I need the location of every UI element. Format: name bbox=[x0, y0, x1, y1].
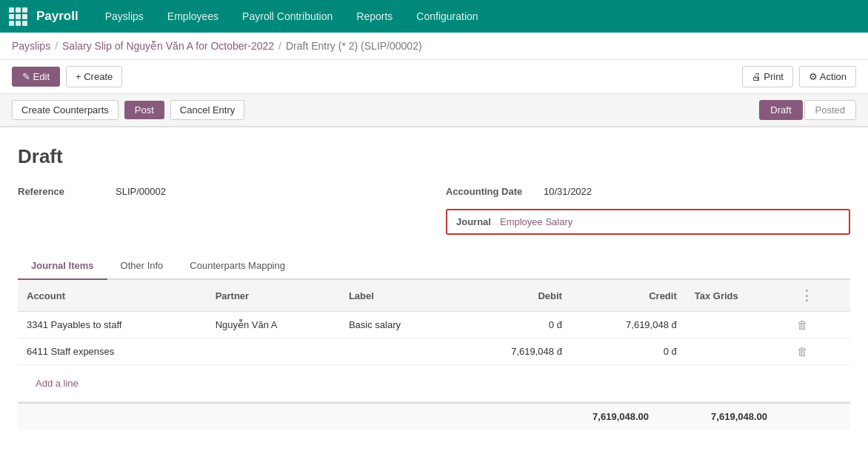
edit-button[interactable]: ✎ Edit bbox=[12, 67, 60, 87]
app-title: Payroll bbox=[36, 9, 79, 24]
journal-items-table: Account Partner Label Debit Credit Tax G… bbox=[18, 280, 850, 430]
col-actions-overflow: ⋮ bbox=[788, 280, 850, 312]
tab-counterparts-mapping[interactable]: Counterparts Mapping bbox=[176, 253, 298, 280]
post-button[interactable]: Post bbox=[124, 101, 164, 119]
col-partner: Partner bbox=[207, 280, 340, 312]
row2-account: 6411 Staff expenses bbox=[18, 338, 207, 365]
nav-reports[interactable]: Reports bbox=[347, 6, 401, 27]
delete-row2-icon[interactable]: 🗑 bbox=[797, 345, 808, 358]
action-button[interactable]: ⚙ Action bbox=[799, 66, 856, 87]
breadcrumb: Payslips / Salary Slip of Nguyễn Văn A f… bbox=[0, 33, 868, 60]
breadcrumb-payslips[interactable]: Payslips bbox=[12, 40, 50, 52]
journal-field: Journal Employee Salary bbox=[446, 209, 850, 235]
table-row: 3341 Payables to staff Nguyễn Văn A Basi… bbox=[18, 312, 850, 338]
delete-row1-icon[interactable]: 🗑 bbox=[797, 318, 808, 331]
main-content: Draft Reference SLIP/00002 Accounting Da… bbox=[0, 127, 868, 430]
cancel-entry-button[interactable]: Cancel Entry bbox=[170, 100, 244, 120]
column-overflow-icon[interactable]: ⋮ bbox=[797, 288, 816, 303]
record-title: Draft bbox=[18, 145, 850, 168]
create-button[interactable]: + Create bbox=[66, 66, 122, 87]
add-line-button[interactable]: Add a line bbox=[27, 372, 87, 395]
row1-credit: 7,619,048 đ bbox=[571, 312, 686, 338]
row1-delete[interactable]: 🗑 bbox=[788, 312, 850, 338]
footer-debit-total: 7,619,048.00 bbox=[560, 411, 649, 422]
footer-credit-total: 7,619,048.00 bbox=[678, 411, 767, 422]
row2-debit: 7,619,048 đ bbox=[456, 338, 571, 365]
row1-account: 3341 Payables to staff bbox=[18, 312, 207, 338]
status-posted[interactable]: Posted bbox=[804, 100, 856, 120]
col-credit: Credit bbox=[571, 280, 686, 312]
top-navigation: Payroll Payslips Employees Payroll Contr… bbox=[0, 0, 868, 33]
tabs-bar: Journal Items Other Info Counterparts Ma… bbox=[18, 253, 850, 280]
accounting-date-label: Accounting Date bbox=[446, 186, 535, 197]
breadcrumb-salary-slip[interactable]: Salary Slip of Nguyễn Văn A for October-… bbox=[62, 40, 274, 52]
row2-credit: 0 đ bbox=[571, 338, 686, 365]
nav-payroll-contribution[interactable]: Payroll Contribution bbox=[233, 6, 341, 27]
tab-other-info[interactable]: Other Info bbox=[107, 253, 177, 280]
accounting-date-value: 10/31/2022 bbox=[544, 186, 592, 197]
reference-value: SLIP/00002 bbox=[116, 186, 166, 197]
status-draft[interactable]: Draft bbox=[759, 100, 802, 120]
tab-journal-items[interactable]: Journal Items bbox=[18, 253, 107, 280]
workflow-status: Draft Posted bbox=[759, 100, 856, 120]
reference-field: Reference SLIP/00002 bbox=[18, 186, 422, 197]
nav-employees[interactable]: Employees bbox=[158, 6, 227, 27]
breadcrumb-current: Draft Entry (* 2) (SLIP/00002) bbox=[286, 40, 422, 52]
add-line-row: Add a line bbox=[18, 365, 850, 402]
table-footer: 7,619,048.00 7,619,048.00 bbox=[18, 402, 850, 430]
nav-payslips[interactable]: Payslips bbox=[96, 6, 153, 27]
accounting-date-field: Accounting Date 10/31/2022 bbox=[446, 186, 850, 197]
row2-label bbox=[340, 338, 456, 365]
row1-partner: Nguyễn Văn A bbox=[207, 312, 340, 338]
col-account: Account bbox=[18, 280, 207, 312]
reference-label: Reference bbox=[18, 186, 107, 197]
row1-label: Basic salary bbox=[340, 312, 456, 338]
col-tax-grids: Tax Grids bbox=[686, 280, 789, 312]
row1-debit: 0 đ bbox=[456, 312, 571, 338]
table-row: 6411 Staff expenses 7,619,048 đ 0 đ 🗑 bbox=[18, 338, 850, 365]
create-counterparts-button[interactable]: Create Counterparts bbox=[12, 100, 118, 120]
nav-configuration[interactable]: Configuration bbox=[407, 6, 487, 27]
col-debit: Debit bbox=[456, 280, 571, 312]
row2-partner bbox=[207, 338, 340, 365]
row2-delete[interactable]: 🗑 bbox=[788, 338, 850, 365]
col-label: Label bbox=[340, 280, 456, 312]
form-fields: Reference SLIP/00002 Accounting Date 10/… bbox=[18, 186, 850, 235]
print-button[interactable]: 🖨 Print bbox=[742, 66, 793, 87]
row2-tax-grids bbox=[686, 338, 789, 365]
row1-tax-grids bbox=[686, 312, 789, 338]
journal-value[interactable]: Employee Salary bbox=[500, 216, 572, 227]
journal-label: Journal bbox=[456, 216, 491, 227]
workflow-bar: Create Counterparts Post Cancel Entry Dr… bbox=[0, 94, 868, 127]
app-grid-icon[interactable] bbox=[9, 7, 27, 26]
action-bar: ✎ Edit + Create 🖨 Print ⚙ Action bbox=[0, 60, 868, 94]
